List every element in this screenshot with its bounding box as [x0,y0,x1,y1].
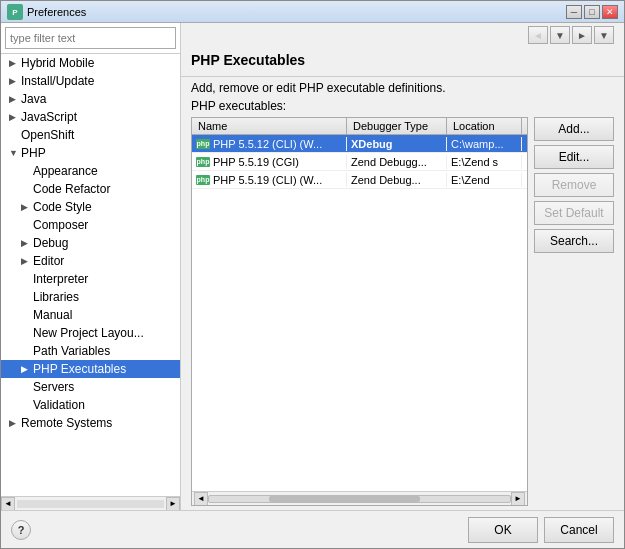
sidebar-item-code-style[interactable]: ▶Code Style [1,198,180,216]
back-button[interactable]: ◄ [528,26,548,44]
table-scroll-left[interactable]: ◄ [194,492,208,506]
page-title: PHP Executables [191,52,614,68]
sidebar-item-debug[interactable]: ▶Debug [1,234,180,252]
row-debugger: Zend Debugg... [347,155,447,169]
col-debugger: Debugger Type [347,118,447,134]
forward-dropdown-button[interactable]: ▼ [594,26,614,44]
sidebar-item-label: Install/Update [21,74,94,88]
sidebar-item-label: New Project Layou... [33,326,144,340]
scroll-right-arrow[interactable]: ► [166,497,180,511]
row-location: E:\Zend [447,173,522,187]
row-debugger: XDebug [347,137,447,151]
sidebar-item-php-executables[interactable]: ▶PHP Executables [1,360,180,378]
sidebar-item-install-update[interactable]: ▶Install/Update [1,72,180,90]
minimize-button[interactable]: ─ [566,5,582,19]
sidebar-item-validation[interactable]: Validation [1,396,180,414]
table-section: Name Debugger Type Location phpPHP 5.5.1… [191,117,614,506]
sidebar-item-label: Editor [33,254,64,268]
sidebar-item-code-refactor[interactable]: Code Refactor [1,180,180,198]
sidebar-item-label: JavaScript [21,110,77,124]
add-button[interactable]: Add... [534,117,614,141]
sidebar-item-label: Manual [33,308,72,322]
sidebar-item-composer[interactable]: Composer [1,216,180,234]
sidebar-item-label: Remote Systems [21,416,112,430]
php-table-container: Name Debugger Type Location phpPHP 5.5.1… [191,117,528,506]
scroll-left-arrow[interactable]: ◄ [1,497,15,511]
preferences-dialog: P Preferences ─ □ ✕ ▶Hybrid Mobile▶Insta… [0,0,625,549]
sidebar-item-label: Interpreter [33,272,88,286]
left-panel: ▶Hybrid Mobile▶Install/Update▶Java▶JavaS… [1,23,181,510]
sidebar-item-java[interactable]: ▶Java [1,90,180,108]
sidebar-item-manual[interactable]: Manual [1,306,180,324]
filter-input[interactable] [5,27,176,49]
bottom-bar: ? OK Cancel [1,510,624,548]
sidebar-item-editor[interactable]: ▶Editor [1,252,180,270]
cancel-button[interactable]: Cancel [544,517,614,543]
maximize-button[interactable]: □ [584,5,600,19]
sidebar-item-hybrid-mobile[interactable]: ▶Hybrid Mobile [1,54,180,72]
sidebar-item-label: Libraries [33,290,79,304]
scroll-track[interactable] [17,500,164,508]
row-name: PHP 5.5.19 (CLI) (W... [213,174,322,186]
php-icon: php [196,175,210,185]
row-location: E:\Zend s [447,155,522,169]
sidebar-item-php[interactable]: ▼PHP [1,144,180,162]
sidebar-item-label: Servers [33,380,74,394]
window-controls: ─ □ ✕ [566,5,618,19]
edit-button[interactable]: Edit... [534,145,614,169]
php-icon: php [196,139,210,149]
sidebar-item-interpreter[interactable]: Interpreter [1,270,180,288]
table-horizontal-scrollbar[interactable]: ◄ ► [192,491,527,505]
filter-box [1,23,180,54]
right-panel: ◄ ▼ ► ▼ PHP Executables Add, remove or e… [181,23,624,510]
sidebar-item-label: Code Style [33,200,92,214]
left-horizontal-scrollbar[interactable]: ◄ ► [1,496,180,510]
sidebar-item-libraries[interactable]: Libraries [1,288,180,306]
sidebar-item-appearance[interactable]: Appearance [1,162,180,180]
sidebar-item-label: Path Variables [33,344,110,358]
sidebar-item-label: PHP [21,146,46,160]
right-header: PHP Executables [181,44,624,77]
remove-button[interactable]: Remove [534,173,614,197]
sidebar-item-label: Hybrid Mobile [21,56,94,70]
window-icon: P [7,4,23,20]
sidebar-item-path-variables[interactable]: Path Variables [1,342,180,360]
back-dropdown-button[interactable]: ▼ [550,26,570,44]
dialog-action-buttons: OK Cancel [468,517,614,543]
table-body: phpPHP 5.5.12 (CLI) (W...XDebugC:\wamp..… [192,135,527,491]
forward-button[interactable]: ► [572,26,592,44]
tree-area: ▶Hybrid Mobile▶Install/Update▶Java▶JavaS… [1,54,180,496]
sidebar-item-label: PHP Executables [33,362,126,376]
table-scroll-thumb [269,496,420,502]
sidebar-item-label: Debug [33,236,68,250]
table-scroll-right[interactable]: ► [511,492,525,506]
set-default-button[interactable]: Set Default [534,201,614,225]
table-scroll-track[interactable] [208,495,511,503]
svg-text:P: P [12,8,18,17]
help-button[interactable]: ? [11,520,31,540]
description-text: Add, remove or edit PHP executable defin… [191,81,614,95]
sidebar-item-label: Validation [33,398,85,412]
title-bar: P Preferences ─ □ ✕ [1,1,624,23]
search-button[interactable]: Search... [534,229,614,253]
ok-button[interactable]: OK [468,517,538,543]
dialog-body: ▶Hybrid Mobile▶Install/Update▶Java▶JavaS… [1,23,624,510]
table-header: Name Debugger Type Location [192,118,527,135]
sidebar-item-remote-systems[interactable]: ▶Remote Systems [1,414,180,432]
row-name: PHP 5.5.19 (CGI) [213,156,299,168]
table-row[interactable]: phpPHP 5.5.19 (CLI) (W...Zend Debug...E:… [192,171,527,189]
sub-label: PHP executables: [191,99,614,113]
table-row[interactable]: phpPHP 5.5.12 (CLI) (W...XDebugC:\wamp..… [192,135,527,153]
sidebar-item-label: Code Refactor [33,182,110,196]
row-debugger: Zend Debug... [347,173,447,187]
row-location: C:\wamp... [447,137,522,151]
table-row[interactable]: phpPHP 5.5.19 (CGI)Zend Debugg...E:\Zend… [192,153,527,171]
window-title: Preferences [27,6,566,18]
sidebar-item-servers[interactable]: Servers [1,378,180,396]
sidebar-item-label: Java [21,92,46,106]
close-button[interactable]: ✕ [602,5,618,19]
sidebar-item-openshift[interactable]: OpenShift [1,126,180,144]
sidebar-item-new-project-layout[interactable]: New Project Layou... [1,324,180,342]
sidebar-item-javascript[interactable]: ▶JavaScript [1,108,180,126]
php-icon: php [196,157,210,167]
